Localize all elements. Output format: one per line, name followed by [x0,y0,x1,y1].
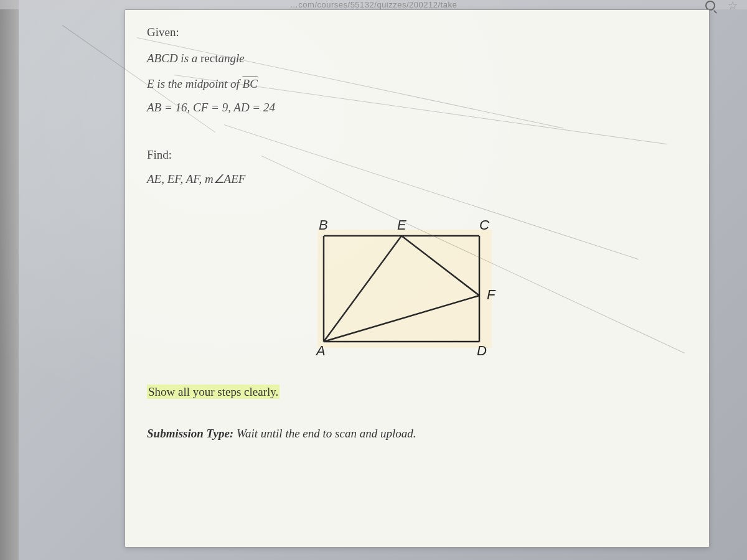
given-1-prefix: ABCD is a [147,52,200,65]
find-statement: AE, EF, AF, m∠AEF [147,172,687,186]
find-heading: Find: [147,148,687,162]
point-b-label: B [319,217,328,233]
segment-bc: BC [243,77,258,90]
given-statement-3: AB = 16, CF = 9, AD = 24 [147,101,687,114]
url-fragment: …com/courses/55132/quizzes/200212/take [290,0,457,9]
submission-label: Submission Type: [147,427,233,440]
point-d-label: D [477,343,487,359]
submission-text: Wait until the end to scan and upload. [233,427,416,440]
browser-icons: ☆ [705,0,738,12]
diagram-svg [293,211,542,366]
geometry-diagram: B E C F A D [293,211,542,366]
instruction-line: Show all your steps clearly. [147,385,687,399]
browser-bar: …com/courses/55132/quizzes/200212/take ☆ [0,0,747,9]
svg-line-4 [324,236,402,342]
problem-card: Given: ABCD is a rectangle E is the midp… [125,9,710,548]
instruction-text: Show all your steps clearly. [147,385,280,399]
bookmark-icon[interactable]: ☆ [728,0,738,12]
svg-line-6 [324,296,479,342]
given-1-suffix: angle [218,52,245,65]
point-c-label: C [479,217,489,233]
svg-line-5 [402,236,479,296]
submission-line: Submission Type: Wait until the end to s… [147,427,687,441]
given-statement-1: ABCD is a rectangle [147,50,687,67]
point-a-label: A [316,343,326,359]
point-f-label: F [487,287,495,303]
screen-edge [0,0,19,560]
given-heading: Given: [147,26,687,39]
given-statement-2: E is the midpoint of BC [147,76,687,93]
given-2-prefix: E is the midpoint of [147,77,243,90]
